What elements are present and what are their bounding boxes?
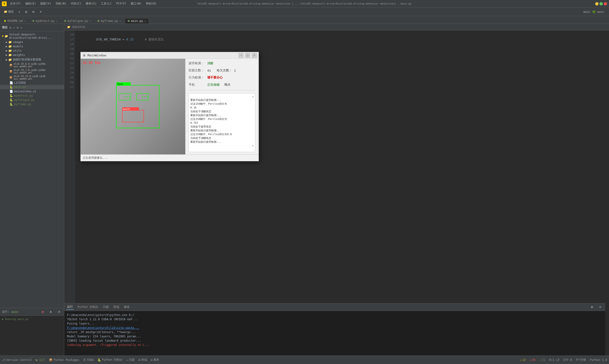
menu-window[interactable]: 窗口(W): [129, 1, 143, 6]
tab-readme[interactable]: README.md ✕: [1, 18, 29, 24]
terminal-tab-services[interactable]: 服务: [123, 305, 130, 310]
menu-navigate[interactable]: 导航(N): [53, 1, 68, 6]
tab-bar: README.md ✕ mydetect.py ✕ myfatigue.py ✕…: [0, 16, 609, 24]
svg-text:mouth: mouth: [123, 108, 130, 110]
terminal-tab-terminal[interactable]: 终端: [113, 305, 120, 310]
tree-myfatigue[interactable]: 🐍 myfatigue.py: [0, 98, 64, 102]
terminal-item[interactable]: ⊞ 终端: [138, 358, 147, 362]
close-button[interactable]: ✕: [604, 2, 607, 5]
terminal-line-5[interactable]: F:\Anaconda\envs\pytorch\lib\site-packa.…: [67, 326, 602, 330]
tab-myframe[interactable]: myframe.py ✕: [94, 18, 124, 24]
yawn-value: 1: [234, 69, 236, 72]
terminal-area: 运行 Python 控制台 问题 终端 服务 ⚙ ✕ F:\Anaconda\e…: [64, 303, 605, 355]
phone-row: 手机 正在抽烟 喝水: [189, 83, 255, 87]
menu-view[interactable]: 视图(V): [38, 1, 53, 6]
app-icon: Y: [2, 1, 7, 6]
terminal-content: F:\Anaconda\envs\pytorch\python.exe E:/ …: [64, 311, 605, 355]
menu-vcs[interactable]: VCS(S): [114, 1, 128, 6]
run-status: ▶ Running main.py: [0, 316, 64, 323]
menu-edit[interactable]: 编辑(E): [23, 1, 38, 6]
close-tab-myfatigue[interactable]: ✕: [90, 20, 91, 22]
menu-help[interactable]: 帮助(H): [144, 1, 159, 6]
log-scrolldown: ▼: [190, 144, 254, 148]
dialog-icon: 🖥: [83, 53, 86, 57]
weights-folder-icon: 📁: [8, 53, 12, 57]
close-tab-readme[interactable]: ✕: [24, 20, 26, 22]
menu-refactor[interactable]: 重构(S): [84, 1, 99, 6]
project-view-button[interactable]: 📁 项目: [2, 9, 16, 14]
run-restart-button[interactable]: ↺: [56, 310, 62, 314]
dialog-close[interactable]: ✕: [252, 53, 257, 58]
toolbar-layout-button[interactable]: ≡: [17, 10, 22, 14]
tree-mainwindow[interactable]: 📄 mainwindow.ui: [0, 89, 64, 93]
svg-point-7: [127, 96, 128, 97]
tab-main[interactable]: main.py ✕: [125, 18, 149, 24]
terminal-tab-console[interactable]: Python 控制台: [77, 305, 99, 310]
camera-feed: 15.39 fps face: [81, 59, 185, 154]
error-icon: △: [530, 358, 531, 362]
terminal-tab-problems[interactable]: 问题: [102, 305, 110, 310]
problems-item[interactable]: ⚠ 问题: [126, 358, 135, 362]
sidebar-layout-icon[interactable]: ≡: [10, 26, 11, 29]
sidebar-sync-icon[interactable]: ↕: [13, 26, 15, 29]
todo-item[interactable]: ☰ TODO: [83, 358, 94, 362]
close-tab-main[interactable]: ✕: [144, 20, 146, 22]
terminal-tab-run[interactable]: 运行: [66, 304, 74, 310]
sidebar-settings-icon[interactable]: ⚙: [17, 26, 18, 29]
maximize-button[interactable]: □: [599, 2, 603, 5]
dialog-maximize[interactable]: □: [245, 53, 250, 58]
tab-myfatigue[interactable]: myfatigue.py ✕: [61, 18, 94, 24]
tree-dlib3[interactable]: 📦 dlib-19.19.0-cp38-cp38-win_amd64.whl: [0, 75, 64, 81]
mydetect-icon: 🐍: [10, 94, 13, 97]
run-button[interactable]: ▶ 运行: [36, 358, 45, 362]
terminal-close-button[interactable]: ✕: [597, 305, 603, 310]
log-line-12: 过去150帧中，Perclos得分为0.0: [190, 132, 254, 136]
dialog-status-text: 正在使用摄像头...: [83, 156, 108, 160]
run-pause-button[interactable]: ⏸: [47, 310, 54, 314]
phone-label: 手机: [189, 83, 205, 87]
tree-dataset[interactable]: ▶ 📁 抽烟打电话喝水数据集: [0, 57, 64, 62]
tree-utils[interactable]: ▶ 📁 utils: [0, 49, 64, 53]
tree-images[interactable]: ▶ 📁 images: [0, 40, 64, 44]
yawn-label: 哈欠次数：: [217, 68, 232, 73]
close-tab-myframe[interactable]: ✕: [120, 20, 121, 22]
dialog-minimize[interactable]: ─: [239, 53, 243, 58]
myfatigue-icon: 🐍: [10, 98, 13, 102]
tree-models[interactable]: ▶ 📁 models: [0, 44, 64, 49]
log-line-6: 重新开始执行疲劳检测...: [190, 114, 254, 117]
toolbar-close-panel-button[interactable]: ✕: [38, 10, 44, 14]
services-item[interactable]: ⚙ 服务: [151, 358, 159, 362]
run-stop-button[interactable]: ■: [40, 310, 45, 314]
tree-main[interactable]: 🐍 main.py: [0, 85, 64, 89]
tab-dot-readme: [4, 20, 6, 22]
dialog-titlebar: 🖥 MainWindow ─ □ ✕: [81, 52, 259, 59]
code-line-16: EYE_AR_THRESH = 0.15 # 眼睛长宽比: [78, 32, 606, 47]
close-tab-mydetect[interactable]: ✕: [56, 20, 58, 22]
minimize-button[interactable]: ─: [595, 2, 598, 5]
toolbar-settings-button[interactable]: ⚙: [30, 10, 37, 14]
tree-license[interactable]: 📄 LICENSE: [0, 81, 64, 85]
run-label: 运行:: [2, 310, 9, 314]
log-line-8: 0.767: [190, 121, 254, 125]
svg-point-10: [144, 96, 145, 97]
menu-code[interactable]: 代码(C): [69, 1, 83, 6]
tree-root[interactable]: ▼ 📁 Yolov5-deepsort-driverDistracted-dri…: [0, 32, 64, 40]
tree-myframe[interactable]: 🐍 myframe.py: [0, 102, 64, 106]
version-control-item[interactable]: ⎇ Version Control: [2, 358, 32, 362]
log-box[interactable]: ▲ 重新开始执行疲劳检测... 过去150帧中，Perclos得分为 0.16 …: [189, 93, 255, 152]
toolbar-split-button[interactable]: ⊞: [23, 10, 29, 14]
tree-mydetect[interactable]: 🐍 mydetect.py: [0, 93, 64, 98]
sidebar-close-icon[interactable]: ✕: [20, 26, 22, 29]
python-console-item[interactable]: 🐍 Python 控制台: [98, 358, 123, 362]
tree-dlib1[interactable]: 📦 dlib-19.6.0-cp36-cp36m-win_amd64.whl: [0, 62, 64, 68]
tab-mydetect[interactable]: mydetect.py ✕: [29, 18, 61, 24]
tree-dlib2[interactable]: 📦 dlib-19.7.0-cp36-cp36m-win_amd64.whl: [0, 68, 64, 75]
menu-tools[interactable]: 工具(L): [99, 1, 114, 6]
terminal-controls: ⚙ ✕: [589, 305, 603, 310]
terminal-settings-button[interactable]: ⚙: [589, 305, 595, 310]
python-packages-item[interactable]: 📦 Python Packages: [49, 358, 79, 362]
menu-file[interactable]: 文件(F): [8, 1, 23, 6]
tree-weights[interactable]: ▶ 📁 weights: [0, 53, 64, 57]
status-bar: ⎇ Version Control ▶ 运行 📦 Python Packages…: [0, 355, 609, 364]
todo-icon: ☰: [83, 358, 86, 362]
